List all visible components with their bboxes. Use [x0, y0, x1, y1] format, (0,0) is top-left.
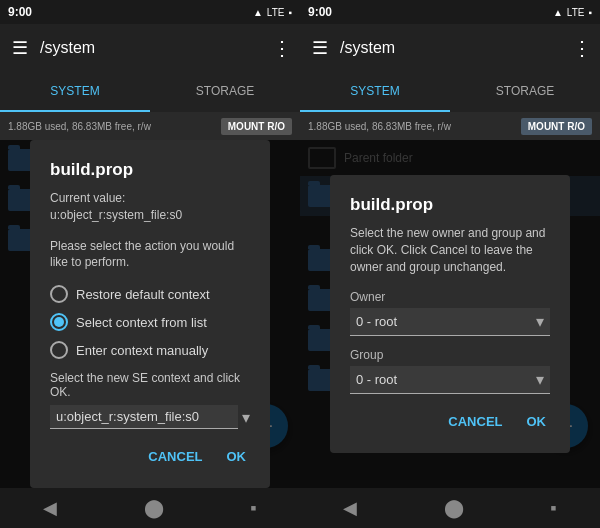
- screen-right: 9:00 ▲ LTE ▪ ☰ /system ⋮ SYSTEM STORAGE …: [300, 0, 600, 528]
- info-bar-right: 1.88GB used, 86.83MB free, r/w MOUNT R/O: [300, 112, 600, 140]
- mount-button-right[interactable]: MOUNT R/O: [521, 118, 592, 135]
- home-icon-right[interactable]: ⬤: [444, 497, 464, 519]
- select-arrow-icon: ▾: [242, 408, 250, 427]
- more-icon-right[interactable]: ⋮: [572, 36, 592, 60]
- owner-value: 0 - root: [356, 314, 536, 329]
- back-icon-left[interactable]: ◀: [43, 497, 57, 519]
- group-select-row[interactable]: 0 - root ▾: [350, 366, 550, 394]
- nav-bar-left: ◀ ⬤ ▪: [0, 488, 300, 528]
- tabs-left: SYSTEM STORAGE: [0, 72, 300, 112]
- radio-circle-select: [50, 313, 68, 331]
- dialog-text2: Please select the action you would like …: [50, 238, 250, 272]
- signal-icon-r: ▲: [553, 7, 563, 18]
- radio-label-enter: Enter context manually: [76, 343, 208, 358]
- dialog-right: build.prop Select the new owner and grou…: [330, 175, 570, 452]
- more-icon-left[interactable]: ⋮: [272, 36, 292, 60]
- group-label: Group: [350, 348, 550, 362]
- dialog-title-right: build.prop: [350, 195, 550, 215]
- dialog-title-left: build.prop: [50, 160, 250, 180]
- status-bar-left: 9:00 ▲ LTE ▪: [0, 0, 300, 24]
- path-text-left: /system: [40, 39, 264, 57]
- ok-button-left[interactable]: OK: [223, 445, 251, 468]
- radio-label-restore: Restore default context: [76, 287, 210, 302]
- radio-circle-enter: [50, 341, 68, 359]
- path-text-right: /system: [340, 39, 564, 57]
- radio-label-select: Select context from list: [76, 315, 207, 330]
- screen-left: 9:00 ▲ LTE ▪ ☰ /system ⋮ SYSTEM STORAGE …: [0, 0, 300, 528]
- radio-select[interactable]: Select context from list: [50, 313, 250, 331]
- lte-icon-r: LTE: [567, 7, 585, 18]
- status-icons-left: ▲ LTE ▪: [253, 7, 292, 18]
- mount-button-left[interactable]: MOUNT R/O: [221, 118, 292, 135]
- storage-info-right: 1.88GB used, 86.83MB free, r/w: [308, 121, 451, 132]
- signal-icon: ▲: [253, 7, 263, 18]
- ok-button-right[interactable]: OK: [523, 410, 551, 433]
- time-right: 9:00: [308, 5, 332, 19]
- info-bar-left: 1.88GB used, 86.83MB free, r/w MOUNT R/O: [0, 112, 300, 140]
- tab-storage-left[interactable]: STORAGE: [150, 72, 300, 112]
- group-arrow-icon: ▾: [536, 370, 544, 389]
- dialog-left: build.prop Current value: u:object_r:sys…: [30, 140, 270, 488]
- dialog-actions-left: CANCEL OK: [50, 445, 250, 468]
- context-select[interactable]: u:object_r:system_file:s0: [50, 405, 238, 429]
- recent-icon-left[interactable]: ▪: [250, 498, 256, 519]
- time-left: 9:00: [8, 5, 32, 19]
- tab-system-right[interactable]: SYSTEM: [300, 72, 450, 112]
- group-row: Group 0 - root ▾: [350, 348, 550, 394]
- hamburger-icon[interactable]: ☰: [8, 33, 32, 63]
- radio-circle-restore: [50, 285, 68, 303]
- status-bar-right: 9:00 ▲ LTE ▪: [300, 0, 600, 24]
- file-list-right: Parent folder app build.prop Select the …: [300, 140, 600, 488]
- owner-label: Owner: [350, 290, 550, 304]
- storage-info-left: 1.88GB used, 86.83MB free, r/w: [8, 121, 151, 132]
- home-icon-left[interactable]: ⬤: [144, 497, 164, 519]
- recent-icon-right[interactable]: ▪: [550, 498, 556, 519]
- dialog-actions-right: CANCEL OK: [350, 410, 550, 433]
- back-icon-right[interactable]: ◀: [343, 497, 357, 519]
- owner-select-row[interactable]: 0 - root ▾: [350, 308, 550, 336]
- radio-enter[interactable]: Enter context manually: [50, 341, 250, 359]
- top-bar-right: ☰ /system ⋮: [300, 24, 600, 72]
- top-bar-left: ☰ /system ⋮: [0, 24, 300, 72]
- select-row-left: u:object_r:system_file:s0 ▾: [50, 405, 250, 429]
- dialog-overlay-right: build.prop Select the new owner and grou…: [300, 140, 600, 488]
- owner-row: Owner 0 - root ▾: [350, 290, 550, 336]
- cancel-button-right[interactable]: CANCEL: [444, 410, 506, 433]
- nav-bar-right: ◀ ⬤ ▪: [300, 488, 600, 528]
- select-label-left: Select the new SE context and click OK.: [50, 371, 250, 399]
- tab-storage-right[interactable]: STORAGE: [450, 72, 600, 112]
- status-icons-right: ▲ LTE ▪: [553, 7, 592, 18]
- tab-system-left[interactable]: SYSTEM: [0, 72, 150, 112]
- dialog-text-right: Select the new owner and group and click…: [350, 225, 550, 275]
- cancel-button-left[interactable]: CANCEL: [144, 445, 206, 468]
- dialog-overlay-left: build.prop Current value: u:object_r:sys…: [0, 140, 300, 488]
- radio-restore[interactable]: Restore default context: [50, 285, 250, 303]
- battery-icon: ▪: [288, 7, 292, 18]
- hamburger-icon-r[interactable]: ☰: [308, 33, 332, 63]
- dialog-text1: Current value: u:object_r:system_file:s0: [50, 190, 250, 224]
- lte-icon: LTE: [267, 7, 285, 18]
- owner-arrow-icon: ▾: [536, 312, 544, 331]
- battery-icon-r: ▪: [588, 7, 592, 18]
- file-list-left: fonts 01 Jan 09 08:00:00 rwxr-xr-x frame…: [0, 140, 300, 488]
- tabs-right: SYSTEM STORAGE: [300, 72, 600, 112]
- group-value: 0 - root: [356, 372, 536, 387]
